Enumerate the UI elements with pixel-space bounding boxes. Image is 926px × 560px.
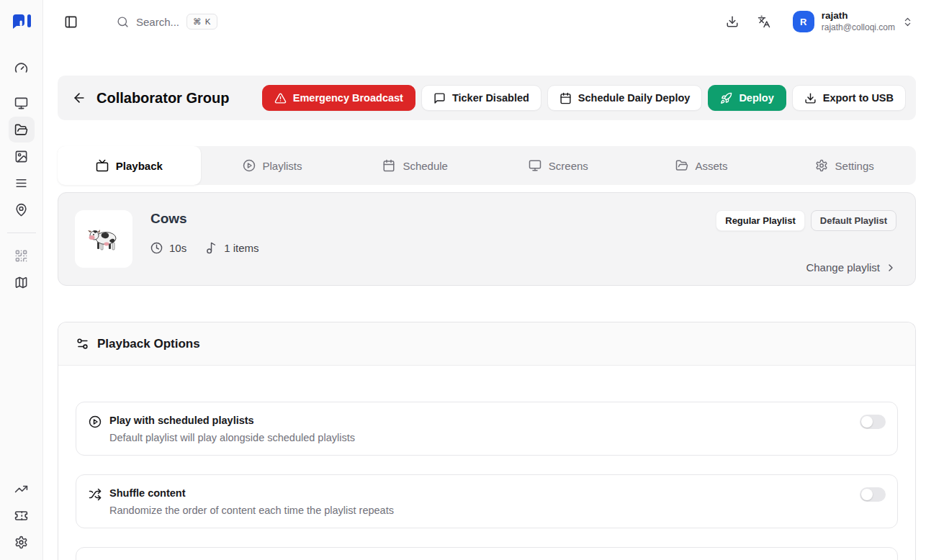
emergency-broadcast-label: Emergency Broadcast [293, 92, 403, 104]
rocket-icon [720, 92, 732, 104]
deploy-button[interactable]: Deploy [708, 85, 786, 111]
alert-triangle-icon [274, 92, 287, 104]
search-icon [117, 16, 129, 28]
search-input[interactable]: Search... ⌘ K [117, 14, 217, 30]
page-title: Collaborator Group [96, 90, 229, 107]
schedule-daily-deploy-button[interactable]: Schedule Daily Deploy [547, 85, 703, 111]
sidebar-divider [7, 232, 36, 233]
export-to-usb-label: Export to USB [823, 92, 894, 104]
folder-open-icon [14, 123, 28, 137]
deploy-label: Deploy [739, 92, 773, 104]
user-menu[interactable]: R rajath rajath@colloqi.com [793, 10, 913, 32]
tab-schedule[interactable]: Schedule [343, 146, 487, 185]
option-shuffle-content: Shuffle content Randomize the order of c… [76, 474, 898, 528]
gear-icon [815, 159, 828, 172]
tab-screens[interactable]: Screens [487, 146, 630, 185]
change-playlist-label: Change playlist [806, 261, 880, 274]
calendar-icon [382, 159, 395, 172]
sidebar-item-dashboard[interactable] [9, 55, 35, 81]
playlist-duration: 10s [150, 242, 186, 254]
shuffle-icon [89, 488, 102, 501]
sidebar-item-assets[interactable] [9, 143, 35, 169]
tab-assets[interactable]: Assets [630, 146, 773, 185]
regular-playlist-badge: Regular Playlist [716, 210, 805, 231]
user-email: rajath@colloqi.com [822, 22, 895, 33]
playback-options-card: Playback Options Play with scheduled pla… [58, 322, 916, 560]
default-playlist-badge: Default Playlist [811, 210, 896, 231]
sidebar-item-licenses[interactable] [9, 502, 35, 528]
arrow-left-icon [72, 91, 86, 105]
playlist-item-count-value: 1 items [224, 242, 259, 254]
top-bar: Search... ⌘ K R rajath rajath@colloqi.co… [0, 0, 926, 43]
sidebar-item-qr-code[interactable] [9, 243, 35, 268]
clock-icon [150, 242, 163, 254]
option-title: Shuffle content [109, 487, 394, 500]
page-header: Collaborator Group Emergency Broadcast T… [58, 76, 916, 120]
trending-up-icon [14, 482, 28, 496]
chevrons-up-down-icon [902, 17, 913, 27]
option-title: Play with scheduled playlists [109, 414, 355, 427]
ticker-disabled-button[interactable]: Ticker Disabled [421, 85, 541, 111]
avatar: R [793, 11, 814, 32]
search-shortcut-badge: ⌘ K [186, 14, 217, 30]
tab-assets-label: Assets [696, 160, 728, 172]
tab-screens-label: Screens [549, 160, 588, 172]
download-icon [804, 92, 817, 104]
sidebar-item-locations[interactable] [9, 197, 35, 222]
schedule-daily-deploy-label: Schedule Daily Deploy [578, 92, 691, 104]
map-icon [14, 276, 28, 289]
shuffle-content-toggle[interactable] [860, 487, 886, 502]
qr-code-icon [14, 249, 28, 263]
tab-settings[interactable]: Settings [773, 146, 916, 185]
search-placeholder: Search... [136, 16, 179, 28]
option-play-with-scheduled: Play with scheduled playlists Default pl… [76, 402, 898, 456]
playlist-summary-card: Cows 10s 1 items Regular Playlist Defaul… [58, 192, 916, 286]
tab-playback[interactable]: Playback [58, 146, 201, 185]
option-description: Randomize the order of content each time… [109, 504, 394, 518]
languages-icon [758, 15, 770, 28]
sidebar-item-map[interactable] [9, 269, 35, 295]
chevron-right-icon [885, 262, 896, 274]
user-name: rajath [822, 10, 895, 22]
tab-playlists-label: Playlists [263, 160, 302, 172]
play-with-scheduled-toggle[interactable] [860, 415, 886, 429]
language-button[interactable] [751, 9, 777, 35]
music-note-icon [205, 242, 217, 254]
sidebar-item-playlists[interactable] [9, 170, 35, 196]
back-button[interactable] [65, 83, 94, 112]
tab-schedule-label: Schedule [403, 160, 448, 172]
playback-options-header: Playback Options [58, 322, 915, 366]
sidebar-item-settings[interactable] [9, 529, 35, 555]
menu-lines-icon [14, 176, 28, 190]
ticket-icon [14, 509, 28, 523]
toggle-knob [861, 489, 873, 500]
folder-open-icon [675, 159, 688, 172]
tab-playback-label: Playback [116, 160, 163, 172]
sidebar-item-groups[interactable] [9, 117, 35, 143]
message-square-icon [433, 92, 446, 104]
playlist-duration-value: 10s [169, 242, 186, 254]
monitor-icon [529, 159, 541, 172]
gauge-icon [14, 61, 28, 75]
export-to-usb-button[interactable]: Export to USB [792, 85, 906, 111]
download-button[interactable] [719, 9, 745, 35]
playlist-thumbnail [75, 210, 132, 268]
pi-logo-icon [10, 13, 33, 30]
toggle-knob [861, 416, 873, 428]
ticker-disabled-label: Ticker Disabled [452, 92, 529, 104]
tab-playlists[interactable]: Playlists [201, 146, 344, 185]
cow-image [85, 226, 122, 252]
emergency-broadcast-button[interactable]: Emergency Broadcast [262, 85, 415, 111]
sidebar-item-screens[interactable] [9, 90, 35, 116]
sliders-icon [76, 337, 89, 351]
tv-icon [96, 159, 109, 172]
change-playlist-link[interactable]: Change playlist [806, 261, 896, 274]
option-description: Default playlist will play alongside sch… [109, 431, 355, 445]
sidebar-toggle-button[interactable] [58, 9, 84, 35]
calendar-icon [559, 92, 572, 104]
sidebar-item-analytics[interactable] [9, 476, 35, 502]
app-logo[interactable] [0, 0, 43, 43]
play-circle-icon [243, 159, 256, 172]
panel-left-icon [64, 15, 78, 29]
tab-settings-label: Settings [835, 160, 874, 172]
